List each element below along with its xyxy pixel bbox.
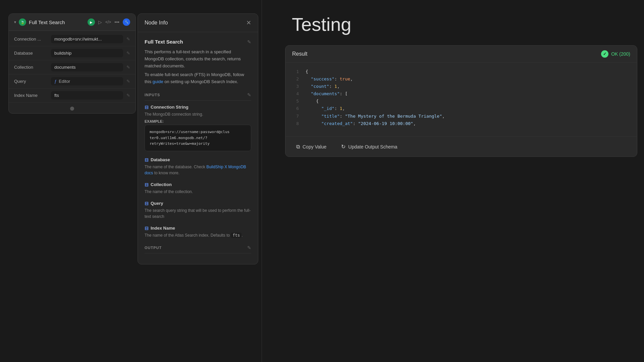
index-default-value: fts	[231, 233, 241, 238]
code-line-1: 1 {	[292, 68, 630, 75]
code-icon[interactable]: </>	[105, 20, 111, 24]
database-label: Database	[14, 51, 48, 56]
connection-field: Connection ... mongodb+srv://wimukt... ✎	[9, 32, 136, 46]
buildship-mongodb-link[interactable]: BuildShip X MongoDB docs	[145, 165, 246, 175]
connector-dot	[70, 107, 74, 111]
input-connection-name: Connection String	[151, 105, 189, 110]
copy-icon: ⧉	[296, 144, 300, 150]
input-query: ⊟ Query The search query string that wil…	[145, 201, 251, 220]
copy-value-label: Copy Value	[303, 144, 326, 149]
guide-link[interactable]: guide	[153, 79, 163, 84]
query-label: Query	[14, 79, 48, 84]
input-dash-icon: ⊟	[145, 157, 149, 163]
collection-value[interactable]: documents	[51, 63, 123, 71]
input-index-desc: The name of the Atlas Search index. Defa…	[145, 232, 251, 238]
node-fields: Connection ... mongodb+srv://wimukt... ✎…	[9, 31, 136, 104]
query-field: Query ƒ Editor ✎	[9, 74, 136, 88]
input-collection-desc: The name of the collection.	[145, 189, 251, 195]
index-name-edit-icon[interactable]: ✎	[126, 93, 130, 98]
info-node-name-row: Full Text Search ✎	[145, 39, 251, 45]
input-connection-header: ⊟ Connection String	[145, 105, 251, 110]
input-query-name: Query	[151, 201, 163, 206]
testing-title: Testing	[265, 13, 637, 35]
input-database: ⊟ Database The name of the database. Che…	[145, 157, 251, 176]
node-info-panel: Node Info ✕ Full Text Search ✎ This perf…	[138, 13, 258, 264]
info-node-name-text: Full Text Search	[145, 39, 183, 45]
node-header: ▾ 🍃 Full Text Search ▶ ▷ </> ••• 🔧	[9, 14, 136, 31]
input-dash-icon: ⊟	[145, 201, 149, 206]
update-schema-label: Update Output Schema	[348, 144, 397, 149]
inputs-section-title: INPUTS	[145, 93, 160, 97]
input-connection-example-label: EXAMPLE:	[145, 119, 251, 123]
tools-icon[interactable]: 🔧	[123, 18, 130, 26]
input-dash-icon: ⊟	[145, 182, 149, 187]
input-database-desc: The name of the database. Check BuildShi…	[145, 164, 251, 176]
connection-value[interactable]: mongodb+srv://wimukt...	[51, 35, 123, 43]
node-name-edit-icon[interactable]: ✎	[247, 39, 251, 45]
index-name-field: Index Name fts ✎	[9, 88, 136, 103]
input-connection-desc: The MongoDB connection string.	[145, 111, 251, 117]
query-edit-icon[interactable]: ✎	[126, 79, 130, 84]
database-value[interactable]: buildship	[51, 49, 123, 57]
node-panel: ▾ 🍃 Full Text Search ▶ ▷ </> ••• 🔧 Conne…	[8, 13, 136, 114]
chevron-down-icon[interactable]: ▾	[14, 20, 16, 24]
output-section-header: OUTPUT ✎	[145, 245, 251, 253]
code-line-2: 2 "success": true,	[292, 75, 630, 83]
result-code-block: 1 { 2 "success": true, 3 "count": 1, 4 "…	[285, 63, 637, 136]
result-label: Result	[292, 51, 307, 57]
input-database-header: ⊟ Database	[145, 157, 251, 163]
run-button[interactable]: ▶	[88, 18, 95, 26]
input-collection: ⊟ Collection The name of the collection.	[145, 182, 251, 195]
testing-area: Testing Result ✓ OK (200) 1 { 2 "success…	[265, 13, 637, 157]
input-query-header: ⊟ Query	[145, 201, 251, 206]
code-line-5: 5 {	[292, 98, 630, 105]
node-header-actions: ▶ ▷ </> ••• 🔧	[88, 18, 130, 26]
output-edit-icon[interactable]: ✎	[247, 245, 251, 250]
connection-label: Connection ...	[14, 37, 48, 42]
database-field: Database buildship ✎	[9, 46, 136, 60]
input-collection-header: ⊟ Collection	[145, 182, 251, 187]
result-panel: Result ✓ OK (200) 1 { 2 "success": true,…	[285, 45, 637, 157]
input-database-name: Database	[151, 157, 170, 162]
connection-edit-icon[interactable]: ✎	[126, 37, 130, 42]
index-name-value[interactable]: fts	[51, 91, 123, 100]
code-line-4: 4 "documents": [	[292, 90, 630, 98]
play-outline-icon[interactable]: ▷	[98, 19, 102, 25]
inputs-section-header: INPUTS ✎	[145, 92, 251, 101]
result-footer: ⧉ Copy Value ↻ Update Output Schema	[285, 136, 637, 157]
query-value[interactable]: ƒ Editor	[51, 77, 123, 85]
info-panel-title: Node Info	[145, 20, 168, 26]
input-index-name-text: Index Name	[151, 226, 175, 231]
collection-field: Collection documents ✎	[9, 60, 136, 74]
ok-status-icon: ✓	[601, 50, 608, 58]
node-leaf-icon: 🍃	[19, 18, 26, 26]
update-schema-button[interactable]: ↻ Update Output Schema	[337, 141, 401, 152]
database-edit-icon[interactable]: ✎	[126, 51, 130, 56]
input-collection-name: Collection	[151, 182, 172, 187]
node-title: Full Text Search	[29, 19, 85, 25]
input-dash-icon: ⊟	[145, 226, 149, 231]
input-query-desc: The search query string that will be use…	[145, 207, 251, 220]
code-line-3: 3 "count": 1,	[292, 83, 630, 90]
index-name-label: Index Name	[14, 93, 48, 98]
code-line-7: 7 "title": "The Mystery of the Bermuda T…	[292, 113, 630, 120]
code-line-8: 8 "created_at": "2024-06-19 10:00:00",	[292, 120, 630, 127]
close-icon[interactable]: ✕	[246, 19, 251, 26]
info-panel-header: Node Info ✕	[138, 14, 258, 32]
refresh-icon: ↻	[341, 143, 345, 150]
info-panel-body: Full Text Search ✎ This performs a full-…	[138, 32, 258, 264]
code-line-6: 6 "_id": 1,	[292, 105, 630, 112]
output-section-title: OUTPUT	[145, 246, 162, 250]
result-status-text: OK (200)	[611, 51, 630, 57]
input-dash-icon: ⊟	[145, 105, 149, 110]
result-header: Result ✓ OK (200)	[285, 46, 637, 63]
collection-edit-icon[interactable]: ✎	[126, 65, 130, 70]
info-description-2: To enable full-text search (FTS) in Mong…	[145, 71, 251, 85]
vertical-divider	[262, 0, 262, 362]
input-connection-code: mongodb+srv://username:password@cluster0…	[145, 125, 251, 151]
more-options-icon[interactable]: •••	[114, 19, 119, 25]
copy-value-button[interactable]: ⧉ Copy Value	[292, 142, 330, 152]
inputs-edit-icon[interactable]: ✎	[247, 92, 251, 98]
input-index-name: ⊟ Index Name The name of the Atlas Searc…	[145, 226, 251, 238]
collection-label: Collection	[14, 65, 48, 70]
